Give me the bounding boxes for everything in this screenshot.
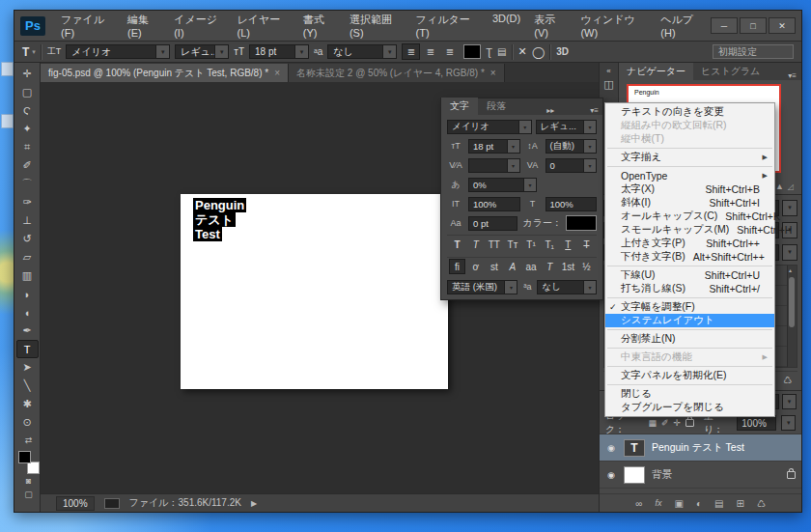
scrollbar[interactable]: ▴ (787, 266, 797, 367)
horizontal-scale-field[interactable]: 100% (545, 197, 598, 211)
window-control-button[interactable]: □ (740, 17, 767, 34)
tool-button[interactable]: ✒ (16, 322, 39, 340)
opentype-feature-button[interactable]: ½ (578, 259, 595, 274)
foreground-color-swatch[interactable] (18, 451, 31, 463)
opentype-feature-button[interactable]: fi (449, 259, 465, 274)
chevron-down-icon[interactable] (583, 121, 596, 133)
document-tab[interactable]: fig-05.psd @ 100% (Penguin テスト Test, RGB… (41, 64, 289, 82)
close-tab-icon[interactable]: × (490, 68, 496, 78)
layers-footer-icon[interactable]: ∞ (635, 498, 642, 509)
type-style-button[interactable]: T (578, 237, 595, 252)
window-control-button[interactable]: ✕ (769, 17, 796, 34)
zoom-in-icon[interactable]: ▲ (775, 182, 784, 191)
chevron-down-icon[interactable] (523, 179, 536, 191)
context-menu-item[interactable]: 打ち消し線(S) Shift+Ctrl+/ (605, 282, 774, 295)
toggle-panels-button[interactable]: ▤ (497, 46, 506, 57)
tool-button[interactable]: ⊙ (16, 413, 39, 432)
type-style-button[interactable]: Tᴛ (504, 237, 520, 252)
lock-all-icon[interactable] (685, 419, 694, 427)
panel-menu-icon[interactable]: ▾≡ (783, 71, 801, 80)
tool-button[interactable]: ⌗ (16, 138, 39, 156)
opentype-feature-button[interactable]: T (542, 259, 558, 274)
chevron-down-icon[interactable] (294, 45, 308, 58)
text-color-swatch[interactable] (566, 215, 597, 231)
lock-transparency-icon[interactable]: ▦ (649, 418, 657, 428)
tab-character[interactable]: 文字 (441, 98, 478, 115)
tool-button[interactable]: ⊥ (16, 211, 39, 230)
type-style-button[interactable]: T (560, 237, 576, 252)
layer-name[interactable]: Penguin テスト Test (652, 441, 796, 455)
text-color-swatch[interactable] (463, 44, 481, 59)
document-canvas[interactable]: Penguin テスト Test (181, 194, 448, 389)
lock-position-icon[interactable]: ✛ (674, 418, 682, 428)
layer-row[interactable]: ◉ T Penguin テスト Test (600, 434, 801, 462)
chevron-down-icon[interactable] (214, 45, 228, 58)
commit-edit-button[interactable]: ◯ (532, 45, 545, 59)
context-menu-item[interactable]: 中東言語の機能 ▶ (605, 350, 774, 364)
zoom-level-field[interactable]: 100% (56, 496, 95, 511)
tracking-select[interactable]: 0 (545, 158, 598, 173)
menu-bar-item[interactable]: フィルター(T) (410, 10, 485, 42)
type-style-button[interactable]: T¹ (523, 237, 540, 252)
layer-name[interactable]: 背景 (652, 468, 780, 482)
fill-field[interactable]: 100% (737, 415, 776, 431)
chevron-down-icon[interactable] (782, 244, 797, 261)
tsume-select[interactable]: 0% (468, 178, 537, 192)
menu-bar-item[interactable]: 選択範囲(S) (344, 10, 408, 42)
panel-menu-icon[interactable]: ▾≡ (586, 106, 602, 115)
menu-bar-item[interactable]: イメージ(I) (168, 10, 229, 42)
workspace-switcher[interactable]: 初期設定 (713, 44, 794, 59)
quick-mask-button[interactable]: ◙ (26, 474, 31, 488)
tool-button[interactable]: ➤ (16, 358, 39, 377)
context-menu-item[interactable]: 太字(X) Shift+Ctrl+B (605, 182, 774, 196)
lock-pixels-icon[interactable]: ✐ (661, 418, 669, 428)
collapse-dock-icon[interactable]: « (606, 67, 610, 75)
scroll-up-icon[interactable]: ▴ (789, 266, 792, 273)
tool-button[interactable]: ◗ (16, 285, 39, 303)
type-style-button[interactable]: T₁ (542, 237, 558, 252)
opentype-feature-button[interactable]: aa (523, 259, 540, 274)
tool-button[interactable]: ✐ (16, 156, 39, 175)
menu-bar-item[interactable]: ファイル(F) (55, 10, 120, 42)
layers-footer-icon[interactable]: fx (655, 498, 661, 508)
layers-footer-icon[interactable]: ▤ (714, 498, 723, 509)
tool-button[interactable]: ✛ (16, 65, 39, 83)
layers-footer-icon[interactable]: ♺ (757, 498, 766, 509)
chevron-down-icon[interactable] (782, 200, 797, 216)
context-menu-item[interactable]: 閉じる (605, 387, 774, 401)
layer-visibility-icon[interactable]: ◉ (605, 470, 617, 480)
status-options-arrow[interactable]: ▶ (251, 499, 257, 508)
anti-alias-select[interactable]: なし (327, 44, 397, 59)
tool-button[interactable]: ▢ (16, 83, 39, 101)
delete-icon[interactable]: ♺ (783, 375, 792, 385)
menu-bar-item[interactable]: 3D(D) (487, 10, 526, 42)
font-style-select[interactable]: レギュ... (536, 120, 597, 134)
font-family-select[interactable]: メイリオ (447, 120, 532, 134)
layers-footer-icon[interactable]: ⊞ (736, 498, 743, 509)
chevron-down-icon[interactable] (504, 281, 517, 294)
anti-alias-select[interactable]: なし (537, 280, 597, 294)
context-menu-item[interactable]: 縦中横(T) (605, 132, 774, 146)
vertical-scale-field[interactable]: 100% (468, 197, 520, 211)
layer-visibility-icon[interactable]: ◉ (605, 443, 617, 453)
layer-thumbnail[interactable] (624, 466, 645, 484)
text-layer-content[interactable]: Penguin テスト Test (193, 198, 246, 241)
close-tab-icon[interactable]: × (274, 68, 280, 78)
menu-bar-item[interactable]: ヘルプ(H) (655, 10, 711, 42)
context-menu-item[interactable]: 縦組み中の欧文回転(R) (605, 119, 774, 132)
warp-text-button[interactable]: Ʈ (486, 46, 492, 58)
context-menu-item[interactable]: 文字パネルを初期化(E) (605, 369, 774, 382)
window-control-button[interactable]: ─ (711, 17, 738, 34)
context-menu-item[interactable]: オールキャップス(C) Shift+Ctrl+K (605, 210, 774, 223)
font-size-select[interactable]: 18 pt (249, 44, 309, 59)
opentype-feature-button[interactable]: 1st (560, 259, 576, 274)
type-style-button[interactable]: T (449, 237, 465, 252)
context-menu-item[interactable]: 下付き文字(B) Alt+Shift+Ctrl++ (605, 250, 774, 264)
chevron-down-icon[interactable] (507, 140, 519, 153)
layers-footer-icon[interactable]: ▣ (674, 498, 683, 509)
chevron-down-icon[interactable] (583, 159, 596, 172)
type-style-button[interactable]: T (467, 237, 484, 252)
tool-preset-button[interactable]: T▾ (22, 45, 36, 59)
menu-bar-item[interactable]: 書式(Y) (297, 10, 342, 42)
text-align-button[interactable]: ≣ (421, 43, 439, 60)
